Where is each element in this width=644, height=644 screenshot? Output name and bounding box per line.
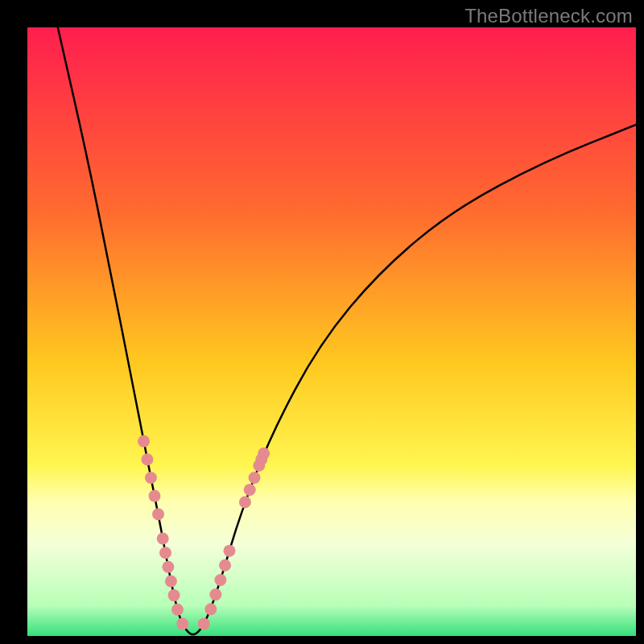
data-marker (159, 547, 171, 559)
data-marker (162, 561, 174, 573)
data-marker (157, 533, 169, 545)
data-marker (198, 617, 210, 630)
watermark-label: TheBottleneck.com (464, 5, 633, 27)
data-marker (258, 448, 270, 460)
data-marker (145, 472, 157, 484)
data-marker (209, 588, 221, 601)
data-marker (168, 589, 180, 601)
data-marker (165, 575, 177, 587)
data-marker (204, 603, 217, 615)
chart-container: TheBottleneck.com (0, 0, 644, 644)
data-marker (141, 453, 153, 465)
data-marker (152, 508, 164, 520)
data-marker (176, 617, 188, 630)
plot-area (27, 27, 636, 636)
data-marker (214, 574, 226, 586)
data-marker (239, 496, 251, 508)
data-marker (249, 472, 261, 484)
data-marker (244, 484, 256, 496)
plot-svg (27, 27, 636, 636)
data-marker (219, 559, 231, 572)
data-marker (223, 545, 235, 557)
data-marker (171, 604, 184, 616)
data-marker (149, 490, 161, 502)
data-marker (138, 436, 150, 448)
